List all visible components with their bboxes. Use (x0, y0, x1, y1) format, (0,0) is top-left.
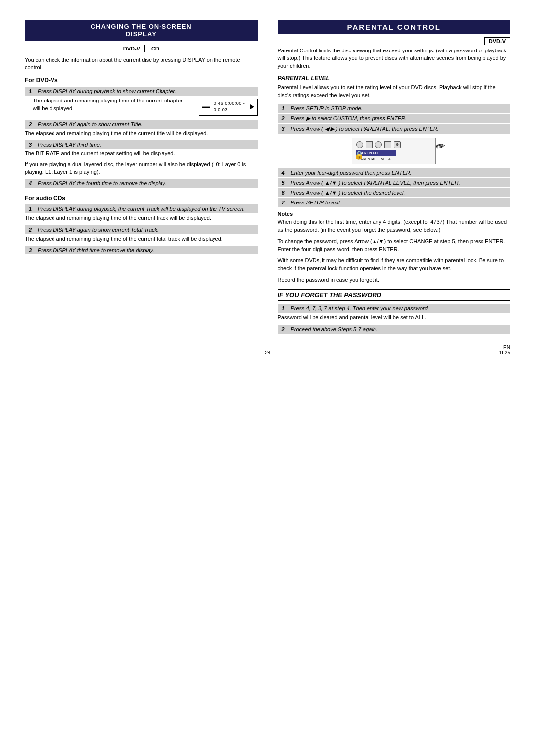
left-badge-row: DVD-V CD (25, 45, 258, 52)
audio-step-1-number: 1 (29, 206, 35, 212)
parental-level-display: PARENTAL LEVEL ALL (356, 157, 431, 161)
parental-step-7-text: Press SETUP to exit (291, 200, 507, 205)
forget-step-2-number: 2 (282, 326, 288, 332)
dvd-step-1-text: Press DISPLAY during playback to show cu… (38, 88, 254, 94)
forget-password-header: IF YOU FORGET THE PASSWORD (278, 289, 511, 301)
parental-step-5-number: 5 (282, 180, 288, 186)
for-dvd-vs-title: For DVD-Vs (25, 77, 258, 84)
forget-step-1-number: 1 (282, 305, 288, 311)
parental-step-6-row: 6 Press Arrow ( ▲/▼ ) to select the desi… (278, 188, 511, 197)
dvd-detail-2: The elapsed and remaining playing time o… (25, 130, 258, 137)
pencil-icon: ✏ (435, 140, 446, 154)
left-section-header: CHANGING THE ON-SCREEN DISPLAY (25, 20, 258, 41)
audio-step-3-text: Press DISPLAY third time to remove the d… (38, 247, 254, 253)
dvd-step-2-text: Press DISPLAY again to show current Titl… (38, 121, 254, 127)
parental-step-6-text: Press Arrow ( ▲/▼ ) to select the desire… (291, 190, 507, 196)
audio-step-3-row: 3 Press DISPLAY third time to remove the… (25, 246, 258, 254)
parental-step-2-number: 2 (282, 115, 288, 121)
page-code-text: EN 1L25 (499, 345, 510, 355)
badge-dvd-v: DVD-V (119, 45, 145, 52)
notes-section: Notes When doing this for the first time… (278, 211, 511, 284)
display-icon: ▬▬ (202, 104, 210, 110)
audio-step-1-text: Press DISPLAY during playback, the curre… (38, 206, 254, 212)
forget-detail-1: Password will be cleared and parental le… (278, 314, 511, 321)
forget-password-title: IF YOU FORGET THE PASSWORD (278, 291, 382, 299)
parental-level-intro: Parental Level allows you to set the rat… (278, 84, 511, 99)
audio-step-3-number: 3 (29, 247, 35, 253)
parental-step-4-number: 4 (282, 170, 288, 176)
forget-step-2-row: 2 Proceed the above Steps 5-7 again. (278, 325, 511, 334)
right-badge-dvd-v: DVD-V (484, 37, 510, 45)
parental-step-2-row: 2 Press ▶ to select CUSTOM, then press E… (278, 114, 511, 123)
parental-icon-1 (356, 141, 363, 148)
dvd-detail-1: The elapsed and remaining playing time o… (33, 97, 258, 118)
badge-cd: CD (147, 45, 163, 52)
audio-step-1-row: 1 Press DISPLAY during playback, the cur… (25, 204, 258, 213)
dvd-detail-3b: If you are playing a dual layered disc, … (25, 161, 258, 176)
parental-step-1-row: 1 Press SETUP in STOP mode. (278, 104, 511, 113)
notes-para-1: When doing this for the first time, ente… (278, 218, 511, 234)
parental-icon-3 (375, 141, 382, 148)
dvd-step-4-number: 4 (29, 180, 35, 186)
parental-icon-4 (384, 141, 391, 148)
dvd-step-1-row: 1 Press DISPLAY during playback to show … (25, 87, 258, 96)
dvd-step-2-row: 2 Press DISPLAY again to show current Ti… (25, 120, 258, 129)
display-time: 0:46 0:00:00 - 0:0:03 (214, 101, 246, 114)
dvd-step-3-text: Press DISPLAY third time. (38, 142, 254, 148)
page-footer: – 28 – EN 1L25 (25, 350, 510, 355)
dvd-step-4-row: 4 Press DISPLAY the fourth time to remov… (25, 179, 258, 188)
page-layout: CHANGING THE ON-SCREEN DISPLAY DVD-V CD … (25, 20, 510, 335)
right-section-header: PARENTAL CONTROL (278, 20, 511, 34)
parental-step-4-row: 4 Enter your four-digit password then pr… (278, 168, 511, 177)
page-number: – 28 – (260, 350, 275, 355)
parental-step-7-row: 7 Press SETUP to exit (278, 198, 511, 207)
play-icon (250, 104, 254, 109)
parental-step-5-text: Press Arrow ( ▲/▼ ) to select PARENTAL L… (291, 180, 507, 186)
dvd-step-4-text: Press DISPLAY the fourth time to remove … (38, 180, 254, 186)
left-title-line2: DISPLAY (30, 30, 253, 38)
right-column: PARENTAL CONTROL DVD-V Parental Control … (268, 20, 511, 335)
parental-icon-2 (366, 141, 373, 148)
parental-step-1-number: 1 (282, 105, 288, 111)
audio-detail-1: The elapsed and remaining playing time o… (25, 214, 258, 222)
left-title-line1: CHANGING THE ON-SCREEN (30, 23, 253, 30)
parental-screen-image: ⚙ PARENTAL PARENTAL LEVEL ALL 🔒 ✏ (352, 138, 436, 164)
parental-step-5-row: 5 Press Arrow ( ▲/▼ ) to select PARENTAL… (278, 178, 511, 187)
display-image-box: ▬▬ 0:46 0:00:00 - 0:0:03 (199, 99, 258, 116)
parental-step-3-text: Press Arrow ( ◀/▶ ) to select PARENTAL, … (291, 126, 507, 132)
dvd-detail-1-text: The elapsed and remaining playing time o… (33, 98, 183, 112)
parental-icon-5: ⚙ (394, 141, 401, 148)
parental-step-3-row: 3 Press Arrow ( ◀/▶ ) to select PARENTAL… (278, 124, 511, 134)
audio-step-2-number: 2 (29, 227, 35, 233)
parental-level-title: PARENTAL LEVEL (278, 75, 511, 82)
parental-screen-icons-row: ⚙ (356, 141, 431, 148)
notes-para-2: To change the password, press Arrow (▲/▼… (278, 237, 511, 253)
forget-step-1-row: 1 Press 4, 7, 3, 7 at step 4. Then enter… (278, 304, 511, 313)
notes-para-4: Record the password in case you forget i… (278, 276, 511, 284)
parental-step-7-number: 7 (282, 200, 288, 205)
left-column: CHANGING THE ON-SCREEN DISPLAY DVD-V CD … (25, 20, 258, 335)
notes-para-3: With some DVDs, it may be difficult to f… (278, 256, 511, 273)
dvd-detail-3a: The BIT RATE and the current repeat sett… (25, 150, 258, 157)
parental-step-1-text: Press SETUP in STOP mode. (291, 105, 507, 111)
dvd-step-2-number: 2 (29, 121, 35, 127)
page-code: EN 1L25 (499, 345, 510, 355)
audio-detail-2: The elapsed and remaining playing time o… (25, 235, 258, 243)
parental-step-4-text: Enter your four-digit password then pres… (291, 170, 507, 176)
audio-step-2-text: Press DISPLAY again to show current Tota… (38, 227, 254, 233)
parental-step-6-number: 6 (282, 190, 288, 196)
notes-title: Notes (278, 211, 511, 217)
parental-step-3-number: 3 (282, 126, 288, 132)
for-audio-cds-title: For audio CDs (25, 195, 258, 202)
dvd-step-3-number: 3 (29, 142, 35, 148)
right-intro: Parental Control limits the disc viewing… (278, 47, 511, 70)
left-intro: You can check the information about the … (25, 56, 258, 72)
forget-step-2-text: Proceed the above Steps 5-7 again. (291, 326, 507, 332)
forget-step-1-text: Press 4, 7, 3, 7 at step 4. Then enter y… (291, 305, 507, 311)
right-badge-container: DVD-V (278, 38, 511, 44)
audio-step-2-row: 2 Press DISPLAY again to show current To… (25, 225, 258, 234)
dvd-step-1-number: 1 (29, 88, 35, 94)
parental-left-icon: 🔒 (354, 151, 364, 160)
dvd-step-3-row: 3 Press DISPLAY third time. (25, 140, 258, 149)
parental-step-2-text: Press ▶ to select CUSTOM, then press ENT… (291, 115, 507, 122)
